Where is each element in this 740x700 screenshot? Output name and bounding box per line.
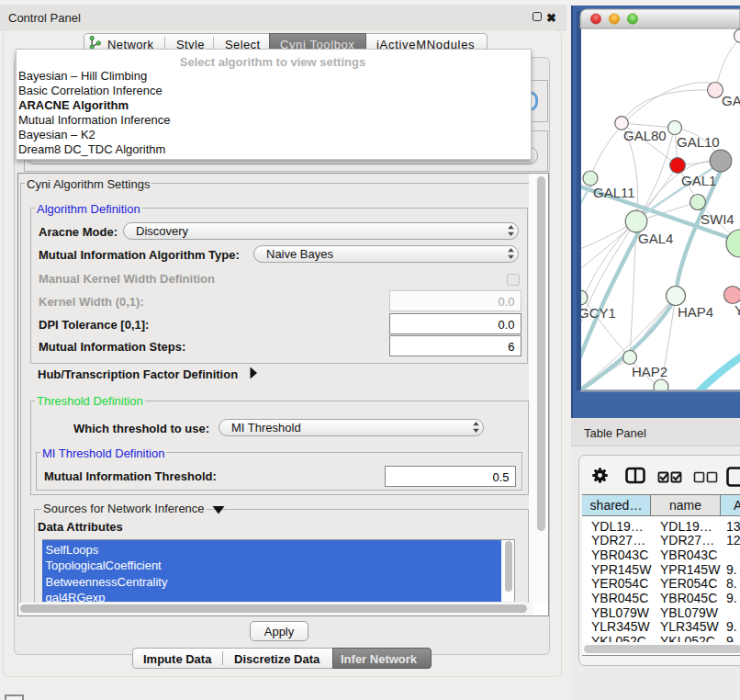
svg-text:GAL10: GAL10	[677, 134, 720, 150]
svg-text:Y: Y	[734, 302, 740, 318]
svg-text:HAP2: HAP2	[632, 364, 667, 379]
svg-text:GCY1: GCY1	[578, 305, 616, 321]
svg-text:GAL80: GAL80	[623, 128, 667, 143]
svg-text:SWI4: SWI4	[701, 211, 734, 227]
svg-text:GAL11: GAL11	[593, 185, 635, 200]
svg-text:GAL7: GAL7	[722, 93, 740, 108]
svg-text:GAL1: GAL1	[681, 173, 716, 188]
svg-text:GAL4: GAL4	[638, 231, 673, 246]
svg-text:HAP4: HAP4	[678, 304, 713, 320]
